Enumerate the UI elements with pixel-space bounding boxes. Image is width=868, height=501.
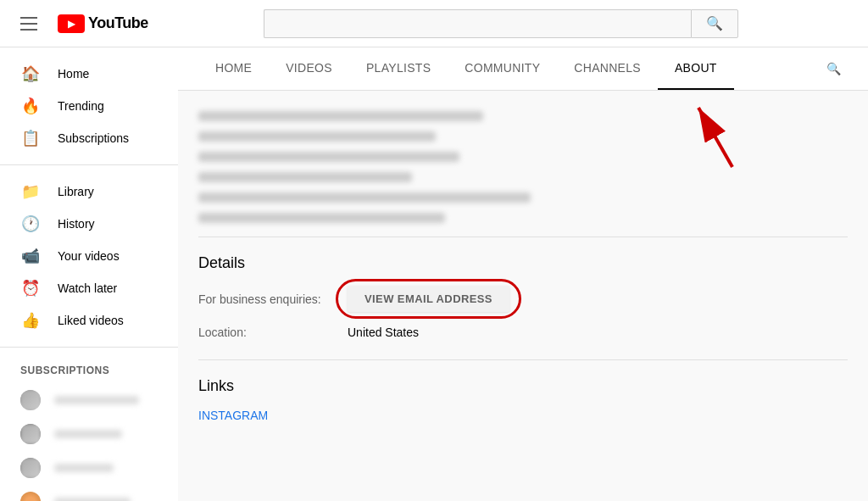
subscription-avatar-4 [20, 492, 41, 501]
sidebar-label-home: Home [58, 67, 89, 81]
tab-search-icon: 🔍 [826, 62, 841, 75]
blurred-line-1 [198, 111, 483, 121]
subscription-avatar-1 [20, 390, 41, 410]
section-divider-1 [198, 237, 848, 237]
details-section-title: Details [198, 254, 848, 272]
sidebar-label-your-videos: Your videos [58, 249, 120, 263]
blurred-line-5 [198, 192, 531, 203]
tab-playlists[interactable]: PLAYLISTS [349, 47, 448, 90]
content-area: Details For business enquiries: VIEW EMA… [178, 91, 868, 443]
location-row: Location: United States [198, 326, 848, 339]
liked-videos-icon: 👍 [20, 311, 41, 330]
logo[interactable]: YouTube [58, 14, 148, 33]
tab-search-button[interactable]: 🔍 [820, 55, 848, 82]
subscription-item-4[interactable] [0, 485, 178, 501]
channel-tabs: HOME VIDEOS PLAYLISTS COMMUNITY CHANNELS… [178, 47, 868, 91]
search-input-wrapper: 🔍 [264, 9, 738, 38]
your-videos-icon: 📹 [20, 247, 41, 265]
tab-about[interactable]: ABOUT [658, 47, 734, 90]
search-input[interactable] [264, 9, 691, 38]
links-section: Links INSTAGRAM [198, 359, 848, 422]
header: YouTube 🔍 [0, 0, 868, 47]
subscription-name-1 [54, 396, 139, 404]
subscription-avatar-3 [20, 458, 41, 478]
blurred-description [198, 111, 673, 223]
sidebar-label-trending: Trending [58, 99, 104, 113]
section-divider-2 [198, 359, 848, 360]
sidebar-label-subscriptions: Subscriptions [58, 131, 129, 145]
subscription-name-3 [54, 464, 114, 472]
sidebar-divider-2 [0, 347, 178, 348]
sidebar-item-your-videos[interactable]: 📹 Your videos [0, 240, 178, 272]
sidebar-item-history[interactable]: 🕐 History [0, 208, 178, 240]
red-arrow-annotation [673, 91, 749, 178]
business-enquiries-label: For business enquiries: [198, 292, 334, 306]
location-value: United States [348, 326, 419, 339]
watch-later-icon: ⏰ [20, 279, 41, 298]
email-btn-wrapper: VIEW EMAIL ADDRESS [348, 286, 509, 312]
trending-icon: 🔥 [20, 97, 41, 115]
sidebar-item-trending[interactable]: 🔥 Trending [0, 90, 178, 122]
tab-community[interactable]: COMMUNITY [448, 47, 557, 90]
sidebar-item-liked-videos[interactable]: 👍 Liked videos [0, 304, 178, 337]
sidebar-label-library: Library [58, 185, 94, 198]
subscriptions-section-title: SUBSCRIPTIONS [0, 358, 178, 383]
search-bar: 🔍 [148, 9, 854, 38]
subscription-name-2 [54, 430, 122, 438]
business-enquiries-row: For business enquiries: VIEW EMAIL ADDRE… [198, 286, 848, 312]
subscriptions-icon: 📋 [20, 129, 41, 148]
tab-home[interactable]: HOME [198, 47, 269, 90]
library-icon: 📁 [20, 182, 41, 201]
blurred-line-3 [198, 152, 459, 162]
subscription-item-1[interactable] [0, 383, 178, 417]
location-label: Location: [198, 326, 334, 339]
search-button[interactable]: 🔍 [691, 9, 738, 38]
home-icon: 🏠 [20, 64, 41, 83]
instagram-link[interactable]: INSTAGRAM [198, 409, 268, 422]
blurred-line-2 [198, 131, 436, 142]
blurred-line-6 [198, 213, 445, 223]
svg-line-1 [698, 108, 732, 167]
subscription-item-3[interactable] [0, 451, 178, 485]
sidebar-item-library[interactable]: 📁 Library [0, 175, 178, 208]
logo-text: YouTube [88, 14, 148, 32]
tab-channels[interactable]: CHANNELS [557, 47, 658, 90]
youtube-logo-icon [58, 14, 85, 33]
details-section: Details For business enquiries: VIEW EMA… [198, 237, 848, 339]
subscription-avatar-2 [20, 424, 41, 444]
hamburger-button[interactable] [14, 10, 44, 37]
sidebar-item-home[interactable]: 🏠 Home [0, 58, 178, 90]
sidebar-label-history: History [58, 217, 95, 231]
sidebar-item-subscriptions[interactable]: 📋 Subscriptions [0, 122, 178, 154]
main-content: HOME VIDEOS PLAYLISTS COMMUNITY CHANNELS… [178, 47, 868, 501]
tab-videos[interactable]: VIDEOS [269, 47, 349, 90]
history-icon: 🕐 [20, 214, 41, 233]
subscription-item-2[interactable] [0, 417, 178, 451]
links-section-title: Links [198, 377, 848, 395]
header-left: YouTube [14, 10, 148, 37]
sidebar: 🏠 Home 🔥 Trending 📋 Subscriptions 📁 Libr… [0, 47, 178, 501]
search-icon: 🔍 [706, 15, 723, 31]
view-email-address-button[interactable]: VIEW EMAIL ADDRESS [348, 286, 509, 312]
sidebar-item-watch-later[interactable]: ⏰ Watch later [0, 272, 178, 304]
subscription-name-4 [54, 498, 131, 501]
sidebar-label-watch-later: Watch later [58, 281, 117, 295]
blurred-line-4 [198, 172, 412, 182]
sidebar-divider-1 [0, 164, 178, 165]
sidebar-label-liked-videos: Liked videos [58, 314, 124, 327]
